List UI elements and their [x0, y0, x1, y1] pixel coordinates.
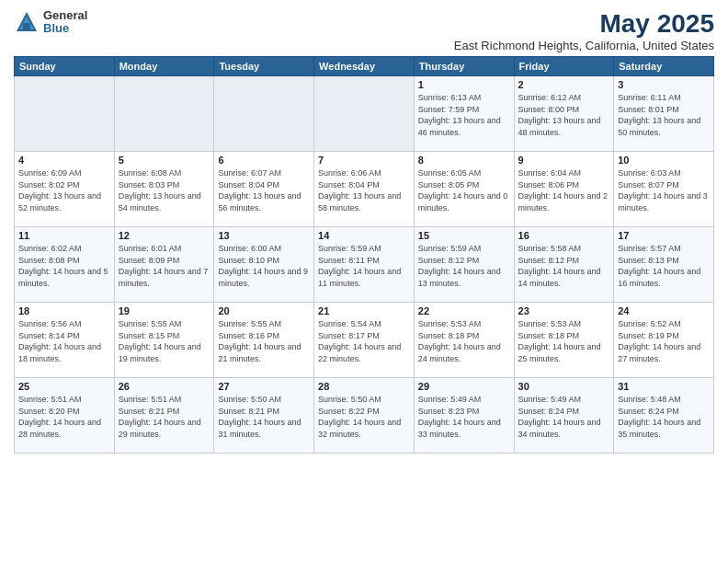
- logo: General Blue: [14, 9, 87, 36]
- day-info: Sunrise: 5:52 AM Sunset: 8:19 PM Dayligh…: [618, 318, 710, 364]
- calendar-cell: 2Sunrise: 6:12 AM Sunset: 8:00 PM Daylig…: [514, 76, 614, 152]
- day-info: Sunrise: 5:57 AM Sunset: 8:13 PM Dayligh…: [618, 243, 710, 289]
- day-info: Sunrise: 6:11 AM Sunset: 8:01 PM Dayligh…: [618, 92, 710, 138]
- calendar-cell: 12Sunrise: 6:01 AM Sunset: 8:09 PM Dayli…: [114, 227, 214, 303]
- page: General Blue May 2025 East Richmond Heig…: [0, 0, 728, 563]
- day-number: 8: [418, 155, 510, 166]
- calendar-week-2: 4Sunrise: 6:09 AM Sunset: 8:02 PM Daylig…: [15, 152, 714, 227]
- day-number: 15: [418, 230, 510, 241]
- day-number: 18: [18, 305, 110, 316]
- day-number: 14: [318, 230, 410, 241]
- day-number: 19: [119, 305, 210, 316]
- day-number: 6: [218, 155, 310, 166]
- logo-general: General: [43, 9, 87, 22]
- day-number: 12: [119, 230, 210, 241]
- calendar-cell: [114, 76, 214, 152]
- logo-blue: Blue: [43, 22, 87, 35]
- day-number: 30: [518, 381, 610, 392]
- day-number: 4: [18, 155, 110, 166]
- col-sunday: Sunday: [15, 57, 115, 76]
- calendar-cell: 20Sunrise: 5:55 AM Sunset: 8:16 PM Dayli…: [214, 303, 314, 378]
- day-number: 29: [418, 381, 510, 392]
- day-info: Sunrise: 6:07 AM Sunset: 8:04 PM Dayligh…: [218, 167, 310, 213]
- day-info: Sunrise: 5:55 AM Sunset: 8:16 PM Dayligh…: [218, 318, 310, 364]
- calendar-cell: [15, 76, 115, 152]
- main-title: May 2025: [454, 9, 714, 39]
- header-row: Sunday Monday Tuesday Wednesday Thursday…: [15, 57, 714, 76]
- day-info: Sunrise: 6:01 AM Sunset: 8:09 PM Dayligh…: [119, 243, 210, 289]
- day-info: Sunrise: 5:58 AM Sunset: 8:12 PM Dayligh…: [518, 243, 610, 289]
- day-info: Sunrise: 6:05 AM Sunset: 8:05 PM Dayligh…: [418, 167, 510, 213]
- day-number: 16: [518, 230, 610, 241]
- calendar-week-5: 25Sunrise: 5:51 AM Sunset: 8:20 PM Dayli…: [15, 378, 714, 454]
- calendar-cell: 5Sunrise: 6:08 AM Sunset: 8:03 PM Daylig…: [114, 152, 214, 227]
- calendar-cell: 9Sunrise: 6:04 AM Sunset: 8:06 PM Daylig…: [514, 152, 614, 227]
- day-info: Sunrise: 5:49 AM Sunset: 8:23 PM Dayligh…: [418, 394, 510, 440]
- day-number: 5: [119, 155, 210, 166]
- calendar-cell: 31Sunrise: 5:48 AM Sunset: 8:24 PM Dayli…: [614, 378, 714, 454]
- calendar-cell: 16Sunrise: 5:58 AM Sunset: 8:12 PM Dayli…: [514, 227, 614, 303]
- day-info: Sunrise: 6:13 AM Sunset: 7:59 PM Dayligh…: [418, 92, 510, 138]
- day-number: 31: [618, 381, 710, 392]
- day-info: Sunrise: 5:53 AM Sunset: 8:18 PM Dayligh…: [418, 318, 510, 364]
- calendar-cell: 30Sunrise: 5:49 AM Sunset: 8:24 PM Dayli…: [514, 378, 614, 454]
- col-thursday: Thursday: [414, 57, 514, 76]
- calendar-cell: 28Sunrise: 5:50 AM Sunset: 8:22 PM Dayli…: [314, 378, 415, 454]
- day-number: 21: [318, 305, 410, 316]
- col-saturday: Saturday: [614, 57, 714, 76]
- day-number: 2: [518, 79, 610, 90]
- title-block: May 2025 East Richmond Heights, Californ…: [454, 9, 714, 52]
- logo-icon: [14, 9, 40, 35]
- day-info: Sunrise: 6:03 AM Sunset: 8:07 PM Dayligh…: [618, 167, 710, 213]
- day-number: 3: [618, 79, 710, 90]
- calendar-cell: 24Sunrise: 5:52 AM Sunset: 8:19 PM Dayli…: [614, 303, 714, 378]
- day-info: Sunrise: 5:56 AM Sunset: 8:14 PM Dayligh…: [18, 318, 110, 364]
- calendar-cell: 7Sunrise: 6:06 AM Sunset: 8:04 PM Daylig…: [314, 152, 415, 227]
- col-wednesday: Wednesday: [314, 57, 415, 76]
- day-number: 23: [518, 305, 610, 316]
- day-info: Sunrise: 5:59 AM Sunset: 8:12 PM Dayligh…: [418, 243, 510, 289]
- day-info: Sunrise: 5:53 AM Sunset: 8:18 PM Dayligh…: [518, 318, 610, 364]
- calendar-table: Sunday Monday Tuesday Wednesday Thursday…: [14, 56, 714, 454]
- calendar-week-3: 11Sunrise: 6:02 AM Sunset: 8:08 PM Dayli…: [15, 227, 714, 303]
- day-info: Sunrise: 6:02 AM Sunset: 8:08 PM Dayligh…: [18, 243, 110, 289]
- day-number: 7: [318, 155, 410, 166]
- subtitle: East Richmond Heights, California, Unite…: [454, 39, 714, 52]
- day-number: 20: [218, 305, 310, 316]
- col-monday: Monday: [114, 57, 214, 76]
- day-info: Sunrise: 6:00 AM Sunset: 8:10 PM Dayligh…: [218, 243, 310, 289]
- calendar-cell: 25Sunrise: 5:51 AM Sunset: 8:20 PM Dayli…: [15, 378, 115, 454]
- day-number: 25: [18, 381, 110, 392]
- calendar-cell: 29Sunrise: 5:49 AM Sunset: 8:23 PM Dayli…: [414, 378, 514, 454]
- calendar-cell: 6Sunrise: 6:07 AM Sunset: 8:04 PM Daylig…: [214, 152, 314, 227]
- calendar-cell: 26Sunrise: 5:51 AM Sunset: 8:21 PM Dayli…: [114, 378, 214, 454]
- col-friday: Friday: [514, 57, 614, 76]
- day-number: 26: [119, 381, 210, 392]
- calendar-cell: 19Sunrise: 5:55 AM Sunset: 8:15 PM Dayli…: [114, 303, 214, 378]
- day-number: 24: [618, 305, 710, 316]
- calendar-cell: 3Sunrise: 6:11 AM Sunset: 8:01 PM Daylig…: [614, 76, 714, 152]
- day-info: Sunrise: 6:08 AM Sunset: 8:03 PM Dayligh…: [119, 167, 210, 213]
- day-info: Sunrise: 5:51 AM Sunset: 8:21 PM Dayligh…: [119, 394, 210, 440]
- calendar-cell: 13Sunrise: 6:00 AM Sunset: 8:10 PM Dayli…: [214, 227, 314, 303]
- calendar-week-1: 1Sunrise: 6:13 AM Sunset: 7:59 PM Daylig…: [15, 76, 714, 152]
- day-number: 9: [518, 155, 610, 166]
- day-number: 22: [418, 305, 510, 316]
- day-number: 11: [18, 230, 110, 241]
- day-number: 28: [318, 381, 410, 392]
- calendar-cell: 10Sunrise: 6:03 AM Sunset: 8:07 PM Dayli…: [614, 152, 714, 227]
- calendar-cell: [314, 76, 415, 152]
- day-info: Sunrise: 5:49 AM Sunset: 8:24 PM Dayligh…: [518, 394, 610, 440]
- calendar-cell: 17Sunrise: 5:57 AM Sunset: 8:13 PM Dayli…: [614, 227, 714, 303]
- calendar-cell: 4Sunrise: 6:09 AM Sunset: 8:02 PM Daylig…: [15, 152, 115, 227]
- day-info: Sunrise: 5:50 AM Sunset: 8:21 PM Dayligh…: [218, 394, 310, 440]
- day-number: 17: [618, 230, 710, 241]
- day-info: Sunrise: 5:55 AM Sunset: 8:15 PM Dayligh…: [119, 318, 210, 364]
- header: General Blue May 2025 East Richmond Heig…: [14, 9, 714, 52]
- svg-rect-2: [23, 23, 30, 29]
- col-tuesday: Tuesday: [214, 57, 314, 76]
- calendar-cell: 1Sunrise: 6:13 AM Sunset: 7:59 PM Daylig…: [414, 76, 514, 152]
- calendar-cell: 27Sunrise: 5:50 AM Sunset: 8:21 PM Dayli…: [214, 378, 314, 454]
- day-info: Sunrise: 5:48 AM Sunset: 8:24 PM Dayligh…: [618, 394, 710, 440]
- calendar-cell: 18Sunrise: 5:56 AM Sunset: 8:14 PM Dayli…: [15, 303, 115, 378]
